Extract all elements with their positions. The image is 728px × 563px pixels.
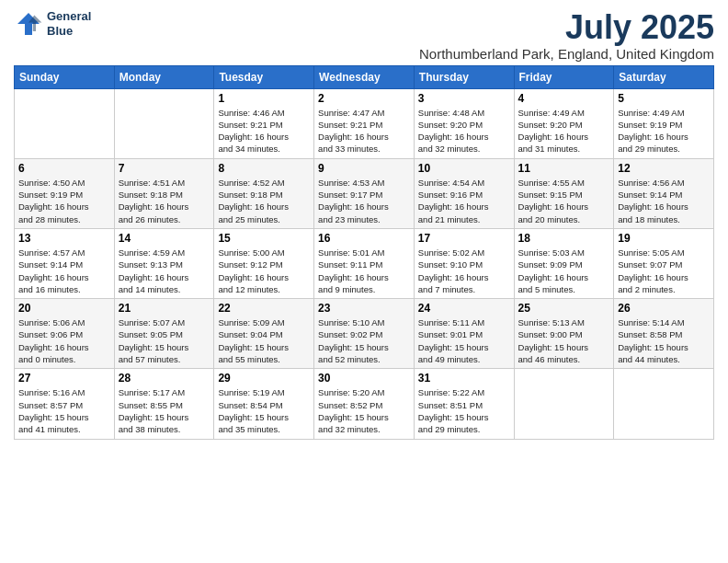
- calendar-cell: 8Sunrise: 4:52 AM Sunset: 9:18 PM Daylig…: [214, 158, 314, 228]
- calendar-cell: 17Sunrise: 5:02 AM Sunset: 9:10 PM Dayli…: [414, 228, 514, 298]
- day-number: 6: [18, 162, 110, 175]
- day-number: 25: [518, 302, 610, 315]
- calendar-cell: 20Sunrise: 5:06 AM Sunset: 9:06 PM Dayli…: [15, 299, 115, 369]
- day-header-wednesday: Wednesday: [314, 65, 415, 88]
- day-number: 11: [518, 162, 610, 175]
- calendar-cell: 4Sunrise: 4:49 AM Sunset: 9:20 PM Daylig…: [514, 88, 614, 158]
- calendar-cell: [514, 369, 614, 439]
- day-header-thursday: Thursday: [414, 65, 514, 88]
- day-info: Sunrise: 4:57 AM Sunset: 9:14 PM Dayligh…: [18, 247, 110, 295]
- logo: General Blue: [14, 9, 91, 39]
- day-number: 7: [119, 162, 210, 175]
- calendar-cell: 31Sunrise: 5:22 AM Sunset: 8:51 PM Dayli…: [414, 369, 514, 439]
- calendar-cell: 14Sunrise: 4:59 AM Sunset: 9:13 PM Dayli…: [114, 228, 214, 298]
- day-info: Sunrise: 5:13 AM Sunset: 9:00 PM Dayligh…: [518, 316, 610, 365]
- calendar-cell: 26Sunrise: 5:14 AM Sunset: 8:58 PM Dayli…: [614, 299, 714, 369]
- day-info: Sunrise: 5:02 AM Sunset: 9:10 PM Dayligh…: [418, 247, 510, 295]
- day-info: Sunrise: 4:51 AM Sunset: 9:18 PM Dayligh…: [119, 177, 210, 225]
- day-info: Sunrise: 4:49 AM Sunset: 9:20 PM Dayligh…: [518, 107, 610, 155]
- day-info: Sunrise: 4:52 AM Sunset: 9:18 PM Dayligh…: [218, 177, 310, 225]
- calendar-cell: 15Sunrise: 5:00 AM Sunset: 9:12 PM Dayli…: [214, 228, 314, 298]
- week-row-5: 27Sunrise: 5:16 AM Sunset: 8:57 PM Dayli…: [15, 369, 714, 439]
- calendar-cell: 21Sunrise: 5:07 AM Sunset: 9:05 PM Dayli…: [114, 299, 214, 369]
- day-info: Sunrise: 5:09 AM Sunset: 9:04 PM Dayligh…: [218, 316, 310, 365]
- calendar-cell: 5Sunrise: 4:49 AM Sunset: 9:19 PM Daylig…: [614, 88, 714, 158]
- calendar-cell: [114, 88, 214, 158]
- day-info: Sunrise: 4:50 AM Sunset: 9:19 PM Dayligh…: [18, 177, 110, 225]
- day-number: 29: [218, 372, 310, 385]
- day-number: 27: [18, 372, 110, 385]
- day-header-tuesday: Tuesday: [214, 65, 314, 88]
- day-info: Sunrise: 5:20 AM Sunset: 8:52 PM Dayligh…: [318, 386, 410, 435]
- day-info: Sunrise: 5:14 AM Sunset: 8:58 PM Dayligh…: [618, 316, 710, 365]
- day-header-monday: Monday: [114, 65, 214, 88]
- day-info: Sunrise: 5:16 AM Sunset: 8:57 PM Dayligh…: [18, 386, 110, 435]
- day-info: Sunrise: 4:55 AM Sunset: 9:15 PM Dayligh…: [518, 177, 610, 225]
- header-row: SundayMondayTuesdayWednesdayThursdayFrid…: [15, 65, 714, 88]
- day-header-sunday: Sunday: [15, 65, 115, 88]
- calendar-cell: 24Sunrise: 5:11 AM Sunset: 9:01 PM Dayli…: [414, 299, 514, 369]
- day-number: 17: [418, 232, 510, 245]
- main-title: July 2025: [419, 9, 714, 46]
- day-info: Sunrise: 5:07 AM Sunset: 9:05 PM Dayligh…: [119, 316, 210, 365]
- day-number: 28: [119, 372, 210, 385]
- day-info: Sunrise: 5:03 AM Sunset: 9:09 PM Dayligh…: [518, 247, 610, 295]
- calendar-cell: 28Sunrise: 5:17 AM Sunset: 8:55 PM Dayli…: [114, 369, 214, 439]
- day-info: Sunrise: 5:22 AM Sunset: 8:51 PM Dayligh…: [418, 386, 510, 435]
- day-number: 23: [318, 302, 410, 315]
- calendar-cell: 3Sunrise: 4:48 AM Sunset: 9:20 PM Daylig…: [414, 88, 514, 158]
- day-info: Sunrise: 5:10 AM Sunset: 9:02 PM Dayligh…: [318, 316, 410, 365]
- day-info: Sunrise: 5:17 AM Sunset: 8:55 PM Dayligh…: [119, 386, 210, 435]
- day-number: 9: [318, 162, 410, 175]
- day-number: 12: [618, 162, 710, 175]
- calendar-cell: 25Sunrise: 5:13 AM Sunset: 9:00 PM Dayli…: [514, 299, 614, 369]
- calendar-cell: 19Sunrise: 5:05 AM Sunset: 9:07 PM Dayli…: [614, 228, 714, 298]
- logo-text: General Blue: [47, 9, 91, 38]
- week-row-4: 20Sunrise: 5:06 AM Sunset: 9:06 PM Dayli…: [15, 299, 714, 369]
- day-number: 21: [119, 302, 210, 315]
- day-info: Sunrise: 4:48 AM Sunset: 9:20 PM Dayligh…: [418, 107, 510, 155]
- day-header-saturday: Saturday: [614, 65, 714, 88]
- calendar-cell: 29Sunrise: 5:19 AM Sunset: 8:54 PM Dayli…: [214, 369, 314, 439]
- calendar-cell: 9Sunrise: 4:53 AM Sunset: 9:17 PM Daylig…: [314, 158, 415, 228]
- calendar-cell: 22Sunrise: 5:09 AM Sunset: 9:04 PM Dayli…: [214, 299, 314, 369]
- day-info: Sunrise: 5:01 AM Sunset: 9:11 PM Dayligh…: [318, 247, 410, 295]
- day-number: 26: [618, 302, 710, 315]
- day-info: Sunrise: 5:19 AM Sunset: 8:54 PM Dayligh…: [218, 386, 310, 435]
- day-number: 18: [518, 232, 610, 245]
- day-header-friday: Friday: [514, 65, 614, 88]
- day-number: 2: [318, 92, 410, 105]
- header: General Blue July 2025 Northumberland Pa…: [14, 9, 714, 62]
- calendar-cell: 11Sunrise: 4:55 AM Sunset: 9:15 PM Dayli…: [514, 158, 614, 228]
- calendar-cell: 13Sunrise: 4:57 AM Sunset: 9:14 PM Dayli…: [15, 228, 115, 298]
- day-number: 4: [518, 92, 610, 105]
- day-number: 30: [318, 372, 410, 385]
- calendar-table: SundayMondayTuesdayWednesdayThursdayFrid…: [14, 65, 714, 440]
- calendar-cell: [614, 369, 714, 439]
- calendar-cell: 1Sunrise: 4:46 AM Sunset: 9:21 PM Daylig…: [214, 88, 314, 158]
- day-info: Sunrise: 5:06 AM Sunset: 9:06 PM Dayligh…: [18, 316, 110, 365]
- week-row-2: 6Sunrise: 4:50 AM Sunset: 9:19 PM Daylig…: [15, 158, 714, 228]
- calendar-cell: 10Sunrise: 4:54 AM Sunset: 9:16 PM Dayli…: [414, 158, 514, 228]
- day-number: 10: [418, 162, 510, 175]
- svg-marker-0: [17, 13, 40, 35]
- day-number: 24: [418, 302, 510, 315]
- day-number: 19: [618, 232, 710, 245]
- calendar-cell: 16Sunrise: 5:01 AM Sunset: 9:11 PM Dayli…: [314, 228, 415, 298]
- title-section: July 2025 Northumberland Park, England, …: [419, 9, 714, 62]
- day-info: Sunrise: 5:00 AM Sunset: 9:12 PM Dayligh…: [218, 247, 310, 295]
- day-number: 22: [218, 302, 310, 315]
- day-number: 8: [218, 162, 310, 175]
- calendar-cell: 18Sunrise: 5:03 AM Sunset: 9:09 PM Dayli…: [514, 228, 614, 298]
- subtitle: Northumberland Park, England, United Kin…: [419, 46, 714, 62]
- day-info: Sunrise: 5:11 AM Sunset: 9:01 PM Dayligh…: [418, 316, 510, 365]
- calendar-cell: 7Sunrise: 4:51 AM Sunset: 9:18 PM Daylig…: [114, 158, 214, 228]
- logo-icon: [14, 9, 43, 39]
- logo-line1: General: [47, 9, 91, 24]
- day-info: Sunrise: 4:54 AM Sunset: 9:16 PM Dayligh…: [418, 177, 510, 225]
- day-info: Sunrise: 4:59 AM Sunset: 9:13 PM Dayligh…: [119, 247, 210, 295]
- day-info: Sunrise: 4:56 AM Sunset: 9:14 PM Dayligh…: [618, 177, 710, 225]
- calendar-cell: 2Sunrise: 4:47 AM Sunset: 9:21 PM Daylig…: [314, 88, 415, 158]
- day-info: Sunrise: 4:53 AM Sunset: 9:17 PM Dayligh…: [318, 177, 410, 225]
- day-number: 5: [618, 92, 710, 105]
